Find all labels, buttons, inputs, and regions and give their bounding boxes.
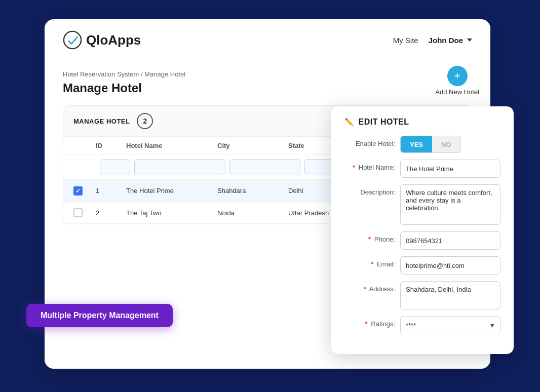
- required-star: *: [368, 236, 371, 243]
- breadcrumb: Hotel Reservation System / Manage Hotel: [63, 70, 472, 78]
- col-hotel-name: Hotel Name: [126, 142, 217, 149]
- table-title: MANAGE HOTEL: [73, 117, 130, 125]
- my-site-link[interactable]: My Site: [393, 36, 418, 45]
- hotel-name-row: * Hotel Name:: [344, 160, 500, 178]
- edit-panel-title: ✏️ EDIT HOTEL: [344, 117, 500, 127]
- phone-label: * Phone:: [344, 231, 395, 243]
- add-hotel-area: + Add New Hotel: [435, 66, 479, 96]
- toggle-no-button[interactable]: NO: [432, 136, 460, 152]
- filter-hotel-name[interactable]: [134, 159, 225, 175]
- col-checkbox: [73, 142, 96, 149]
- required-star: *: [364, 285, 366, 293]
- col-city: City: [217, 142, 288, 149]
- row2-checkbox[interactable]: [73, 208, 83, 217]
- pencil-icon: ✏️: [344, 117, 355, 127]
- row1-checkbox[interactable]: [73, 186, 83, 195]
- edit-hotel-panel: ✏️ EDIT HOTEL Enable Hotel: YES NO * Hot…: [331, 106, 514, 354]
- row1-id: 1: [96, 187, 126, 194]
- address-row: * Address: Shahdara, Delhi, India: [344, 281, 500, 309]
- svg-point-0: [64, 31, 81, 49]
- description-row: Description: Where culture meets comfort…: [344, 184, 500, 225]
- filter-id[interactable]: [100, 159, 130, 175]
- required-star: *: [353, 164, 355, 171]
- row2-id: 2: [96, 209, 126, 217]
- description-label: Description:: [344, 184, 395, 196]
- page-title: Manage Hotel: [63, 81, 472, 95]
- required-star: *: [365, 320, 368, 328]
- logo-icon: [63, 30, 82, 50]
- phone-row: * Phone:: [344, 231, 500, 250]
- chevron-down-icon: [467, 38, 472, 42]
- toggle-yes-button[interactable]: YES: [401, 136, 432, 152]
- count-badge: 2: [137, 113, 153, 129]
- edit-panel-title-text: EDIT HOTEL: [359, 117, 409, 127]
- header-right: My Site John Doe: [393, 36, 472, 45]
- tooltip-badge: Multiple Property Management: [26, 304, 173, 327]
- enable-hotel-row: Enable Hotel: YES NO: [344, 136, 500, 153]
- toggle-group: YES NO: [400, 136, 461, 153]
- email-row: * Email:: [344, 256, 500, 275]
- col-id: ID: [96, 142, 126, 149]
- description-textarea[interactable]: Where culture meets comfort, and every s…: [400, 184, 500, 225]
- add-hotel-label: Add New Hotel: [435, 88, 479, 96]
- row1-city: Shahdara: [217, 187, 288, 194]
- address-label: * Address:: [344, 281, 395, 293]
- add-hotel-button[interactable]: +: [447, 66, 468, 86]
- logo: QloApps: [63, 30, 141, 50]
- user-name-text: John Doe: [429, 36, 463, 45]
- ratings-select-wrapper: * ** *** **** ***** ▼: [400, 316, 500, 334]
- ratings-select[interactable]: * ** *** **** *****: [400, 316, 500, 334]
- phone-input[interactable]: [400, 231, 500, 250]
- enable-hotel-label: Enable Hotel:: [344, 136, 395, 147]
- header: QloApps My Site John Doe: [45, 19, 490, 58]
- email-input[interactable]: [400, 256, 500, 275]
- user-menu[interactable]: John Doe: [429, 36, 472, 45]
- hotel-name-input[interactable]: [400, 160, 500, 178]
- filter-city[interactable]: [229, 159, 300, 175]
- hotel-name-label: * Hotel Name:: [344, 160, 395, 171]
- row2-hotel-name: The Taj Two: [126, 209, 217, 217]
- row2-city: Noida: [217, 209, 288, 217]
- ratings-label: * Ratings:: [344, 316, 395, 328]
- ratings-row: * Ratings: * ** *** **** ***** ▼: [344, 316, 500, 334]
- email-label: * Email:: [344, 256, 395, 268]
- logo-text: QloApps: [86, 32, 141, 48]
- required-star: *: [371, 260, 373, 268]
- row1-hotel-name: The Hotel Prime: [126, 187, 217, 194]
- address-textarea[interactable]: Shahdara, Delhi, India: [400, 281, 500, 309]
